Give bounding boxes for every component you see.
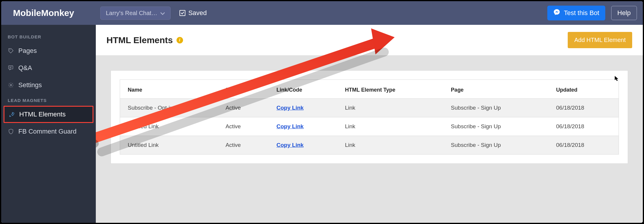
svg-point-0 (9, 49, 10, 50)
sidebar: BOT BUILDER Pages Q&A Settings LEAD M (1, 25, 96, 223)
cell-updated: 06/18/2018 (548, 117, 619, 136)
cell-name: Subscribe - Opt-in (120, 99, 218, 117)
page-header: HTML Elements i Add HTML Element (96, 25, 643, 56)
cell-page: Subscribe - Sign Up (443, 136, 548, 155)
page-title: HTML Elements (106, 35, 173, 45)
col-page[interactable]: Page (443, 80, 548, 99)
info-icon[interactable]: i (177, 37, 183, 43)
table-card: Name Status Link/Code HTML Element Type … (111, 70, 628, 164)
help-button[interactable]: Help (611, 6, 637, 20)
topbar: MobileMonkey Larry's Real Chat… Saved Te… (1, 1, 643, 25)
svg-point-5 (12, 113, 13, 114)
table-row[interactable]: Untitled LinkActiveCopy LinkLinkSubscrib… (120, 136, 619, 155)
cell-page: Subscribe - Sign Up (443, 117, 548, 136)
sidebar-item-pages[interactable]: Pages (1, 42, 96, 59)
saved-indicator: Saved (179, 9, 207, 17)
col-link[interactable]: Link/Code (269, 80, 337, 99)
html-elements-table: Name Status Link/Code HTML Element Type … (120, 79, 619, 155)
sidebar-item-label: FB Comment Guard (18, 128, 77, 135)
cell-status: Active (218, 136, 269, 155)
gear-icon (8, 82, 14, 88)
saved-label: Saved (188, 9, 207, 17)
sidebar-item-qa[interactable]: Q&A (1, 59, 96, 77)
checkbox-checked-icon (179, 10, 185, 16)
svg-rect-1 (9, 66, 13, 69)
sidebar-item-label: Pages (18, 47, 37, 55)
sidebar-item-fb-comment-guard[interactable]: FB Comment Guard (1, 123, 96, 140)
add-html-element-button[interactable]: Add HTML Element (568, 32, 632, 48)
copy-link-button[interactable]: Copy Link (276, 105, 304, 111)
sidebar-item-settings[interactable]: Settings (1, 77, 96, 94)
col-updated[interactable]: Updated (548, 80, 619, 99)
copy-link-button[interactable]: Copy Link (276, 123, 304, 129)
sidebar-item-label: HTML Elements (19, 111, 66, 118)
cell-name: Untitled Link (120, 136, 218, 155)
sidebar-item-html-elements[interactable]: HTML Elements (4, 106, 93, 123)
col-status[interactable]: Status (218, 80, 269, 99)
shield-icon (8, 128, 14, 135)
chevron-down-icon (160, 11, 165, 15)
workspace-selector-label: Larry's Real Chat… (106, 10, 157, 17)
app-logo: MobileMonkey (7, 8, 94, 18)
svg-point-4 (10, 85, 12, 86)
workspace-selector[interactable]: Larry's Real Chat… (100, 7, 171, 20)
table-row[interactable]: Subscribe - Opt-inActiveCopy LinkLinkSub… (120, 99, 619, 117)
rocket-icon (9, 111, 15, 118)
test-bot-button[interactable]: Test this Bot (547, 6, 605, 20)
table-row[interactable]: Untitled LinkActiveCopy LinkLinkSubscrib… (120, 117, 619, 136)
cell-type: Link (337, 99, 443, 117)
sidebar-section-bot-builder: BOT BUILDER (1, 30, 96, 42)
cell-type: Link (337, 117, 443, 136)
cursor-icon (614, 76, 619, 83)
cell-status: Active (218, 117, 269, 136)
cell-status: Active (218, 99, 269, 117)
cell-name: Untitled Link (120, 117, 218, 136)
sidebar-section-lead-magnets: LEAD MAGNETS (1, 94, 96, 106)
col-type[interactable]: HTML Element Type (337, 80, 443, 99)
messenger-icon (553, 9, 560, 17)
copy-link-button[interactable]: Copy Link (276, 142, 304, 148)
tag-icon (8, 48, 14, 54)
main-content: HTML Elements i Add HTML Element (96, 25, 643, 223)
cell-updated: 06/18/2018 (548, 136, 619, 155)
col-name[interactable]: Name (120, 80, 218, 99)
chat-icon (8, 65, 14, 71)
sidebar-item-label: Q&A (18, 64, 32, 72)
cell-page: Subscribe - Sign Up (443, 99, 548, 117)
test-bot-label: Test this Bot (564, 9, 599, 17)
sidebar-item-label: Settings (18, 81, 42, 89)
cell-updated: 06/18/2018 (548, 99, 619, 117)
cell-type: Link (337, 136, 443, 155)
